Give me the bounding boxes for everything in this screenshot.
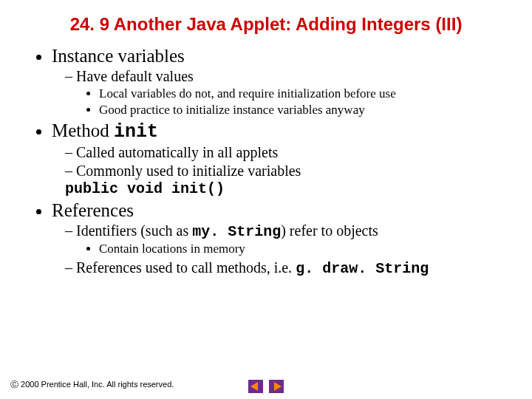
bullet-text-pre: Method (52, 120, 114, 140)
bullet-references: References Identifiers (such as my. Stri… (52, 200, 510, 277)
sub-identifiers: Identifiers (such as my. String) refer t… (65, 222, 510, 256)
sub-text-pre: References used to call methods, i.e. (76, 259, 296, 276)
subsub-contain-locations: Contain locations in memory (99, 242, 510, 256)
bullet-instance-variables: Instance variables Have default values L… (52, 46, 510, 117)
bullet-method-init: Method init Called automatically in all … (52, 120, 510, 197)
code-gdrawstring: g. draw. String (296, 260, 429, 277)
sub-called-auto: Called automatically in all applets (65, 144, 510, 161)
slide-title: 24. 9 Another Java Applet: Adding Intege… (52, 13, 480, 35)
next-button[interactable] (269, 380, 284, 393)
prev-button[interactable] (248, 380, 263, 393)
sub-text-pre: Identifiers (such as (76, 222, 192, 239)
bullet-list: Instance variables Have default values L… (34, 46, 510, 277)
sub-text: Commonly used to initialize variables (76, 163, 301, 179)
sub-text: Have default values (76, 68, 194, 84)
subsub-local-vars: Local variables do not, and require init… (99, 86, 510, 101)
sub-text-post: ) refer to objects (281, 222, 378, 239)
code-mystring: my. String (192, 223, 281, 240)
code-init: init (114, 121, 158, 143)
sub-commonly-used: Commonly used to initialize variables pu… (65, 163, 510, 197)
code-public-void-init: public void init() (65, 180, 225, 197)
bullet-text: Instance variables (52, 46, 185, 66)
sub-default-values: Have default values Local variables do n… (65, 68, 510, 117)
subsub-good-practice: Good practice to initialize instance var… (99, 103, 510, 117)
sub-references-call: References used to call methods, i.e. g.… (65, 259, 510, 277)
nav-controls (248, 380, 284, 393)
bullet-text: References (52, 200, 134, 220)
